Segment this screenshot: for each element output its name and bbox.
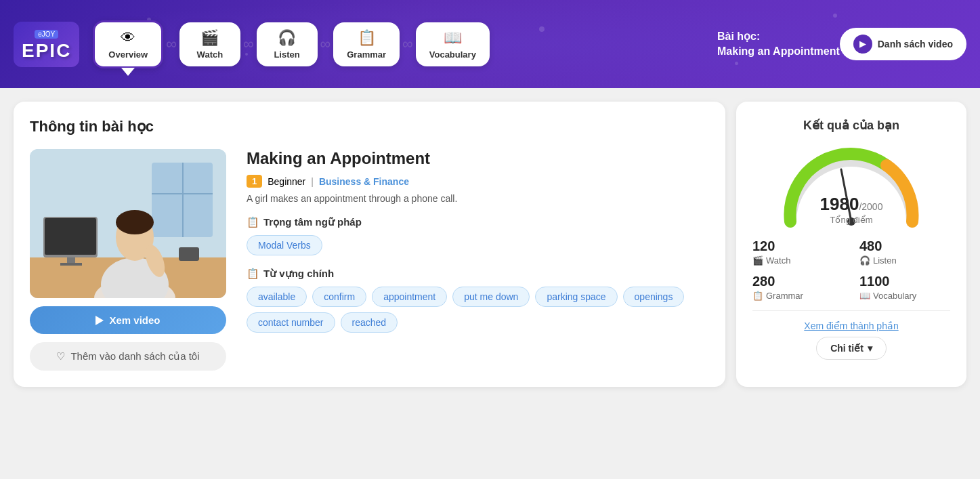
level-badge: 1 xyxy=(247,175,262,188)
logo-box: eJOY EPIC xyxy=(14,22,79,67)
lesson-content: Xem video ♡ Thêm vào danh sách của tôi M… xyxy=(30,149,709,371)
step-listen[interactable]: 🎧 Listen xyxy=(257,22,318,66)
tag-parking-space[interactable]: parking space xyxy=(535,287,617,307)
chi-tiet-label: Chi tiết xyxy=(830,343,864,354)
tag-modal-verbs[interactable]: Modal Verbs xyxy=(247,235,322,255)
listen-score-type: 🎧 Listen xyxy=(859,255,950,266)
vocab-score-val: 1100 xyxy=(859,274,950,289)
score-grid: 120 🎬 Watch 480 🎧 Listen 280 📋 Grammar xyxy=(752,238,950,301)
svg-rect-2 xyxy=(182,163,184,237)
watch-score-icon: 🎬 xyxy=(752,255,763,266)
lesson-meta: 1 Beginner | Business & Finance xyxy=(247,175,709,188)
grammar-score-icon: 📋 xyxy=(752,291,763,301)
score-label: Tổng điểm xyxy=(820,215,883,225)
tag-appointment[interactable]: appointment xyxy=(372,287,447,307)
watch-icon: 🎬 xyxy=(200,29,219,47)
nav-steps: 👁 Overview ∞ 🎬 Watch ∞ 🎧 Listen ∞ 📋 Gram… xyxy=(93,20,704,68)
vocab-section: 📋 Từ vựng chính available confirm appoin… xyxy=(247,268,709,333)
svg-rect-3 xyxy=(152,193,213,194)
score-item-watch: 120 🎬 Watch xyxy=(752,238,843,266)
category-link[interactable]: Business & Finance xyxy=(319,176,409,187)
watch-video-button[interactable]: Xem video xyxy=(30,306,226,334)
vocabulary-icon: 📖 xyxy=(444,29,462,47)
view-detail-link[interactable]: Xem điểm thành phần xyxy=(804,320,898,331)
play-triangle-icon xyxy=(95,316,104,325)
divider-line xyxy=(752,310,950,311)
step-vocabulary[interactable]: 📖 Vocabulary xyxy=(416,22,490,66)
step-watch[interactable]: 🎬 Watch xyxy=(179,22,240,66)
score-number: 1980 xyxy=(820,194,859,214)
score-max: /2000 xyxy=(859,201,882,212)
svg-rect-6 xyxy=(45,218,96,255)
section-title: Thông tin bài học xyxy=(30,118,709,136)
step-grammar[interactable]: 📋 Grammar xyxy=(333,22,400,66)
logo-area[interactable]: eJOY EPIC xyxy=(14,22,79,67)
left-panel: Thông tin bài học xyxy=(14,102,725,387)
vocab-score-type: 📖 Vocabulary xyxy=(859,291,950,301)
vocab-score-icon: 📖 xyxy=(859,291,870,301)
result-title: Kết quả của bạn xyxy=(803,118,899,133)
listen-score-icon: 🎧 xyxy=(859,255,870,266)
header: eJOY EPIC 👁 Overview ∞ 🎬 Watch ∞ 🎧 Liste… xyxy=(0,0,980,88)
playlist-label: Danh sách video xyxy=(878,39,953,49)
connector-3: ∞ xyxy=(320,35,331,53)
score-item-grammar: 280 📋 Grammar xyxy=(752,274,843,301)
grammar-score-val: 280 xyxy=(752,274,843,289)
step-overview-label: Overview xyxy=(108,49,148,60)
step-listen-label: Listen xyxy=(274,49,299,60)
tag-confirm[interactable]: confirm xyxy=(312,287,366,307)
grammar-section: 📋 Trọng tâm ngữ pháp Modal Verbs xyxy=(247,216,709,255)
level-label: Beginner xyxy=(268,176,305,187)
epic-label: EPIC xyxy=(22,40,71,62)
ejoy-label: eJOY xyxy=(35,30,58,39)
score-item-vocab: 1100 📖 Vocabulary xyxy=(859,274,950,301)
thumbnail-svg xyxy=(30,149,226,298)
watch-video-label: Xem video xyxy=(109,314,160,326)
wishlist-label: Thêm vào danh sách của tôi xyxy=(70,350,199,362)
svg-rect-8 xyxy=(60,263,82,266)
grammar-icon: 📋 xyxy=(358,29,376,47)
step-vocabulary-label: Vocabulary xyxy=(429,49,476,60)
lesson-image-area: Xem video ♡ Thêm vào danh sách của tôi xyxy=(30,149,226,371)
gauge-score: 1980/2000 Tổng điểm xyxy=(820,194,883,225)
vocab-section-icon: 📋 xyxy=(247,268,259,280)
main-content: Thông tin bài học xyxy=(0,88,980,400)
lesson-title-text: Bài học: Making an Appointment xyxy=(717,29,840,60)
tag-reached[interactable]: reached xyxy=(341,312,398,333)
vocab-tags: available confirm appointment put me dow… xyxy=(247,287,709,333)
wishlist-button[interactable]: ♡ Thêm vào danh sách của tôi xyxy=(30,342,226,371)
listen-score-val: 480 xyxy=(859,238,950,254)
play-circle-icon: ▶ xyxy=(853,35,872,54)
svg-point-13 xyxy=(116,210,154,234)
score-item-listen: 480 🎧 Listen xyxy=(859,238,950,266)
grammar-section-icon: 📋 xyxy=(247,216,259,228)
lesson-description: A girl makes an appointment through a ph… xyxy=(247,193,709,204)
svg-rect-9 xyxy=(179,247,199,261)
chi-tiet-button[interactable]: Chi tiết ▾ xyxy=(816,337,887,360)
tag-openings[interactable]: openings xyxy=(623,287,685,307)
heart-icon: ♡ xyxy=(56,350,65,362)
grammar-section-title: 📋 Trọng tâm ngữ pháp xyxy=(247,216,709,228)
chevron-down-icon: ▾ xyxy=(868,343,872,354)
vocab-section-title: 📋 Từ vựng chính xyxy=(247,268,709,280)
listen-icon: 🎧 xyxy=(278,29,296,47)
step-grammar-label: Grammar xyxy=(347,49,386,60)
thumbnail-photo xyxy=(30,149,226,298)
lesson-details: Making an Appointment 1 Beginner | Busin… xyxy=(247,149,709,371)
grammar-score-type: 📋 Grammar xyxy=(752,291,843,301)
gauge-container: 1980/2000 Tổng điểm xyxy=(777,144,926,225)
tag-put-me-down[interactable]: put me down xyxy=(452,287,530,307)
overview-icon: 👁 xyxy=(121,29,135,47)
connector-4: ∞ xyxy=(402,35,413,53)
watch-score-type: 🎬 Watch xyxy=(752,255,843,266)
playlist-button[interactable]: ▶ Danh sách video xyxy=(840,28,966,60)
step-watch-label: Watch xyxy=(197,49,223,60)
tag-contact-number[interactable]: contact number xyxy=(247,312,335,333)
right-panel: Kết quả của bạn 1980/2000 Tổng điểm xyxy=(736,102,966,387)
tag-available[interactable]: available xyxy=(247,287,307,307)
lesson-thumbnail xyxy=(30,149,226,298)
separator: | xyxy=(311,176,314,187)
lesson-title-area: Bài học: Making an Appointment xyxy=(717,29,840,60)
connector-1: ∞ xyxy=(166,35,177,53)
step-overview[interactable]: 👁 Overview xyxy=(93,20,163,68)
